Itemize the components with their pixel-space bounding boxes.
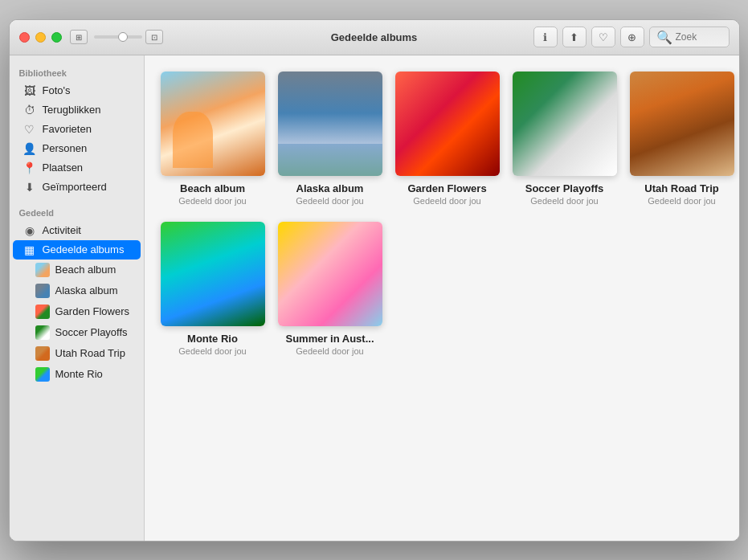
photos-icon: 🖼 xyxy=(22,84,37,97)
main-window: ⊞ ⊡ Gedeelde albums ℹ ⬆ ♡ ⊕ 🔍 xyxy=(9,19,740,542)
sidebar-item-activiteit[interactable]: ◉ Activiteit xyxy=(13,221,141,240)
people-icon: 👤 xyxy=(22,142,37,155)
beach-album-label: Beach album xyxy=(55,264,116,276)
monte-subtitle: Gedeeld door jou xyxy=(178,346,246,356)
main-area: Beach album Gedeeld door jou Alaska albu… xyxy=(145,55,739,541)
albums-grid-row2: Monte Rio Gedeeld door jou Summer in Aus… xyxy=(161,222,723,356)
album-utah[interactable]: Utah Road Trip Gedeeld door jou xyxy=(630,72,734,206)
share-button[interactable]: ⬆ xyxy=(562,27,587,47)
garden-flowers-label: Garden Flowers xyxy=(55,305,129,317)
summer-cover xyxy=(278,222,382,326)
heart-icon: ♡ xyxy=(599,31,608,43)
search-box[interactable]: 🔍 xyxy=(649,27,730,47)
add-button[interactable]: ⊕ xyxy=(620,27,644,47)
soccer-playoffs-label: Soccer Playoffs xyxy=(55,326,128,338)
zoom-slider-container xyxy=(94,35,142,39)
sidebar-item-personen[interactable]: 👤 Personen xyxy=(13,139,141,158)
heart-button[interactable]: ♡ xyxy=(591,27,615,47)
plaatsen-label: Plaatsen xyxy=(43,161,84,174)
sidebar: Bibliotheek 🖼 Foto's ⏱ Terugblikken ♡ Fa… xyxy=(10,55,145,541)
utah-name: Utah Road Trip xyxy=(644,182,718,194)
alaska-album-label: Alaska album xyxy=(55,284,118,296)
garden-subtitle: Gedeeld door jou xyxy=(413,196,480,206)
sidebar-item-utah-road-trip[interactable]: Utah Road Trip xyxy=(13,343,141,364)
traffic-lights xyxy=(19,32,62,43)
summer-subtitle: Gedeeld door jou xyxy=(296,346,363,356)
sidebar-item-favorieten[interactable]: ♡ Favorieten xyxy=(13,120,141,139)
search-icon: 🔍 xyxy=(656,30,672,45)
album-beach[interactable]: Beach album Gedeeld door jou xyxy=(161,72,265,206)
close-button[interactable] xyxy=(19,32,30,43)
soccer-cover xyxy=(513,72,617,176)
fit-button[interactable]: ⊡ xyxy=(145,30,163,44)
memories-icon: ⏱ xyxy=(22,104,37,116)
soccer-subtitle: Gedeeld door jou xyxy=(530,196,598,206)
soccer-name: Soccer Playoffs xyxy=(525,182,604,194)
minimize-button[interactable] xyxy=(35,32,46,43)
sidebar-item-fotos[interactable]: 🖼 Foto's xyxy=(13,81,141,100)
view-controls: ⊞ ⊡ xyxy=(70,30,163,44)
window-title: Gedeelde albums xyxy=(331,31,418,43)
beach-thumb xyxy=(35,263,50,277)
alaska-name: Alaska album xyxy=(296,182,364,194)
utah-subtitle: Gedeeld door jou xyxy=(648,196,715,206)
maximize-button[interactable] xyxy=(51,32,62,43)
favorieten-label: Favorieten xyxy=(43,123,92,135)
album-monte[interactable]: Monte Rio Gedeeld door jou xyxy=(161,222,265,356)
monte-thumb xyxy=(35,367,50,382)
utah-cover xyxy=(630,72,734,176)
garden-name: Garden Flowers xyxy=(407,182,486,194)
album-alaska[interactable]: Alaska album Gedeeld door jou xyxy=(278,72,382,206)
garden-thumb xyxy=(35,305,50,319)
sidebar-item-terugblikken[interactable]: ⏱ Terugblikken xyxy=(13,100,141,120)
geimporteerd-label: Geïmporteerd xyxy=(43,181,107,193)
gedeelde-albums-label: Gedeelde albums xyxy=(43,243,125,255)
album-garden[interactable]: Garden Flowers Gedeeld door jou xyxy=(395,72,500,206)
search-input[interactable] xyxy=(676,31,732,43)
info-icon: ℹ xyxy=(543,31,547,43)
titlebar-actions: ℹ ⬆ ♡ ⊕ 🔍 xyxy=(533,27,730,47)
view-toggle-button[interactable]: ⊞ xyxy=(70,30,88,44)
imported-icon: ⬇ xyxy=(22,181,37,194)
sidebar-item-alaska-album[interactable]: Alaska album xyxy=(13,280,141,301)
zoom-slider[interactable] xyxy=(94,35,142,39)
summer-name: Summer in Aust... xyxy=(285,333,374,345)
terugblikken-label: Terugblikken xyxy=(43,104,101,116)
monte-rio-label: Monte Rio xyxy=(55,368,103,380)
titlebar: ⊞ ⊡ Gedeelde albums ℹ ⬆ ♡ ⊕ 🔍 xyxy=(10,20,739,55)
sidebar-item-garden-flowers[interactable]: Garden Flowers xyxy=(13,301,141,322)
alaska-subtitle: Gedeeld door jou xyxy=(296,196,363,206)
garden-cover xyxy=(395,72,500,176)
sidebar-item-monte-rio[interactable]: Monte Rio xyxy=(13,364,141,385)
sidebar-item-gedeelde-albums[interactable]: ▦ Gedeelde albums xyxy=(13,240,141,260)
shared-section-label: Gedeeld xyxy=(10,203,144,221)
beach-subtitle: Gedeeld door jou xyxy=(178,196,246,206)
monte-name: Monte Rio xyxy=(187,333,238,345)
beach-cover xyxy=(161,72,265,176)
alaska-thumb xyxy=(35,284,50,298)
favorites-icon: ♡ xyxy=(22,123,37,136)
zoom-slider-thumb xyxy=(118,32,128,42)
albums-grid-row1: Beach album Gedeeld door jou Alaska albu… xyxy=(161,72,723,206)
utah-thumb xyxy=(35,346,50,361)
share-icon: ⬆ xyxy=(570,31,578,43)
main-content: Bibliotheek 🖼 Foto's ⏱ Terugblikken ♡ Fa… xyxy=(10,55,739,541)
soccer-thumb xyxy=(35,325,50,340)
album-soccer[interactable]: Soccer Playoffs Gedeeld door jou xyxy=(513,72,617,206)
alaska-cover xyxy=(278,72,382,176)
add-icon: ⊕ xyxy=(627,31,636,43)
info-button[interactable]: ℹ xyxy=(533,27,558,47)
beach-name: Beach album xyxy=(180,182,245,194)
sidebar-item-beach-album[interactable]: Beach album xyxy=(13,260,141,280)
sidebar-item-plaatsen[interactable]: 📍 Plaatsen xyxy=(13,158,141,178)
places-icon: 📍 xyxy=(22,161,37,174)
sidebar-item-geimporteerd[interactable]: ⬇ Geïmporteerd xyxy=(13,178,141,197)
album-summer[interactable]: Summer in Aust... Gedeeld door jou xyxy=(278,222,382,356)
shared-albums-icon: ▦ xyxy=(22,243,37,256)
sidebar-item-soccer-playoffs[interactable]: Soccer Playoffs xyxy=(13,322,141,343)
library-section-label: Bibliotheek xyxy=(10,63,144,81)
personen-label: Personen xyxy=(43,142,88,154)
monte-cover xyxy=(161,222,265,326)
activity-icon: ◉ xyxy=(22,224,37,237)
fotos-label: Foto's xyxy=(43,84,71,96)
